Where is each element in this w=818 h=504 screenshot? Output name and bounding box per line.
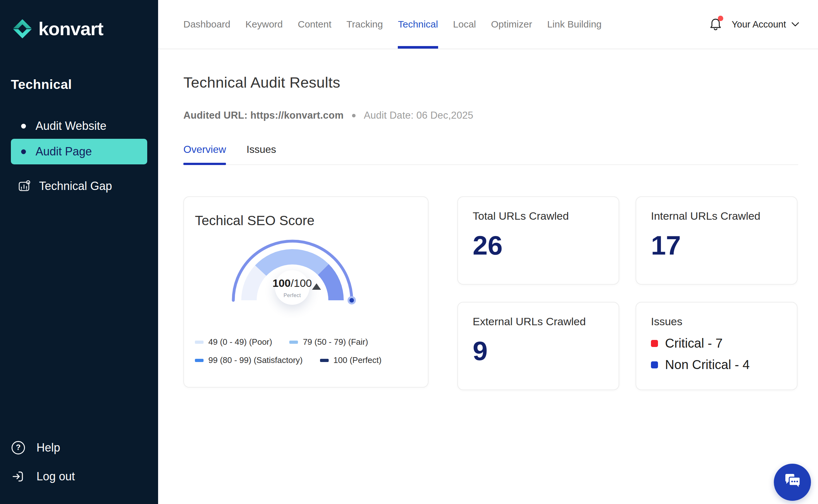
overview-cards: Techical SEO Score 100/100 <box>183 196 798 390</box>
internal-urls-card: Internal URLs Crawled 17 <box>636 196 798 285</box>
main-area: Dashboard Keyword Content Tracking Techn… <box>158 0 818 504</box>
chevron-down-icon <box>791 21 799 27</box>
page-content: Technical Audit Results Audited URL: htt… <box>158 49 818 390</box>
dot-separator-icon <box>352 114 355 117</box>
nav-item-content[interactable]: Content <box>298 0 331 49</box>
bar-chart-box-icon <box>17 179 31 193</box>
sidebar-item-label: Audit Page <box>36 145 92 158</box>
seo-score-gauge: 100/100 Perfect <box>225 237 359 310</box>
issues-card: Issues Critical - 7 Non Critical - 4 <box>636 302 798 390</box>
logout-icon <box>11 469 26 484</box>
tab-issues[interactable]: Issues <box>246 144 276 164</box>
brand-logo-icon <box>11 19 34 39</box>
legend-item-fair: 79 (50 - 79) (Fair) <box>289 337 368 347</box>
gauge-score-value: 100/100 <box>273 277 312 289</box>
internal-urls-value: 17 <box>651 232 782 259</box>
external-urls-title: External URLs Crawled <box>473 315 604 328</box>
critical-square-icon <box>651 340 658 347</box>
sidebar-footer: ? Help Log out <box>11 429 75 486</box>
account-menu[interactable]: Your Account <box>732 19 799 30</box>
gauge-score-bubble: 100/100 Perfect <box>275 270 309 305</box>
audit-meta-row: Audited URL: https://konvart.com Audit D… <box>183 110 798 121</box>
logout-label: Log out <box>36 470 75 483</box>
nav-item-local[interactable]: Local <box>453 0 476 49</box>
external-urls-card: External URLs Crawled 9 <box>457 302 619 390</box>
tab-overview[interactable]: Overview <box>183 144 226 164</box>
chat-bubbles-icon <box>783 473 802 491</box>
audited-url: Audited URL: https://konvart.com <box>183 110 344 121</box>
nav-item-dashboard[interactable]: Dashboard <box>183 0 230 49</box>
issues-rows: Critical - 7 Non Critical - 4 <box>651 336 782 372</box>
noncritical-square-icon <box>651 361 658 368</box>
gauge-score-caption: Perfect <box>283 293 301 298</box>
account-area: Your Account <box>709 17 799 32</box>
sidebar: konvart Technical Audit Website Audit Pa… <box>0 0 158 504</box>
top-nav: Dashboard Keyword Content Tracking Techn… <box>183 0 602 49</box>
bullet-icon <box>21 124 26 129</box>
seo-score-card: Techical SEO Score 100/100 <box>183 196 429 388</box>
legend-item-poor: 49 (0 - 49) (Poor) <box>195 337 272 347</box>
chat-support-button[interactable] <box>774 464 811 501</box>
brand-name: konvart <box>38 18 103 39</box>
sidebar-item-label: Technical Gap <box>39 179 112 193</box>
svg-text:?: ? <box>16 443 21 452</box>
nav-item-technical[interactable]: Technical <box>398 0 438 49</box>
issues-noncritical-row: Non Critical - 4 <box>651 358 782 372</box>
total-urls-card: Total URLs Crawled 26 <box>457 196 619 285</box>
issues-critical-row: Critical - 7 <box>651 336 782 350</box>
nav-item-link-building[interactable]: Link Building <box>547 0 602 49</box>
legend-item-perfect: 100 (Perfect) <box>320 355 381 365</box>
brand-logo[interactable]: konvart <box>11 18 158 39</box>
notification-bell-icon[interactable] <box>709 17 723 32</box>
sidebar-item-label: Audit Website <box>36 119 106 133</box>
bullet-icon <box>21 149 26 154</box>
internal-urls-title: Internal URLs Crawled <box>651 210 782 222</box>
page-title: Technical Audit Results <box>183 74 798 91</box>
gauge-pointer-icon <box>312 283 321 290</box>
legend-swatch-fair <box>289 341 298 344</box>
total-urls-title: Total URLs Crawled <box>473 210 604 222</box>
sidebar-item-technical-gap[interactable]: Technical Gap <box>11 173 147 199</box>
help-label: Help <box>36 441 60 454</box>
sidebar-section-title: Technical <box>11 77 158 92</box>
audit-date: Audit Date: 06 Dec,2025 <box>364 110 473 121</box>
sidebar-item-audit-page[interactable]: Audit Page <box>11 139 147 164</box>
stat-cards-grid: Total URLs Crawled 26 Internal URLs Craw… <box>457 196 798 390</box>
nav-item-keyword[interactable]: Keyword <box>245 0 283 49</box>
legend-item-satisfactory: 99 (80 - 99) (Satisfactory) <box>195 355 303 365</box>
legend-swatch-perfect <box>320 359 329 362</box>
result-tabs: Overview Issues <box>183 144 798 165</box>
nav-item-optimizer[interactable]: Optimizer <box>491 0 532 49</box>
nav-item-tracking[interactable]: Tracking <box>346 0 383 49</box>
legend-swatch-poor <box>195 341 203 344</box>
legend-swatch-satisfactory <box>195 359 203 362</box>
total-urls-value: 26 <box>473 232 604 259</box>
account-label: Your Account <box>732 19 786 30</box>
external-urls-value: 9 <box>473 337 604 364</box>
help-button[interactable]: ? Help <box>11 438 75 457</box>
top-navigation-bar: Dashboard Keyword Content Tracking Techn… <box>158 0 818 49</box>
sidebar-item-audit-website[interactable]: Audit Website <box>11 113 147 139</box>
seo-score-title: Techical SEO Score <box>195 213 417 228</box>
logout-button[interactable]: Log out <box>11 467 75 486</box>
issues-title: Issues <box>651 315 782 328</box>
question-circle-icon: ? <box>11 440 26 455</box>
gauge-legend: 49 (0 - 49) (Poor) 79 (50 - 79) (Fair) 9… <box>195 337 419 365</box>
